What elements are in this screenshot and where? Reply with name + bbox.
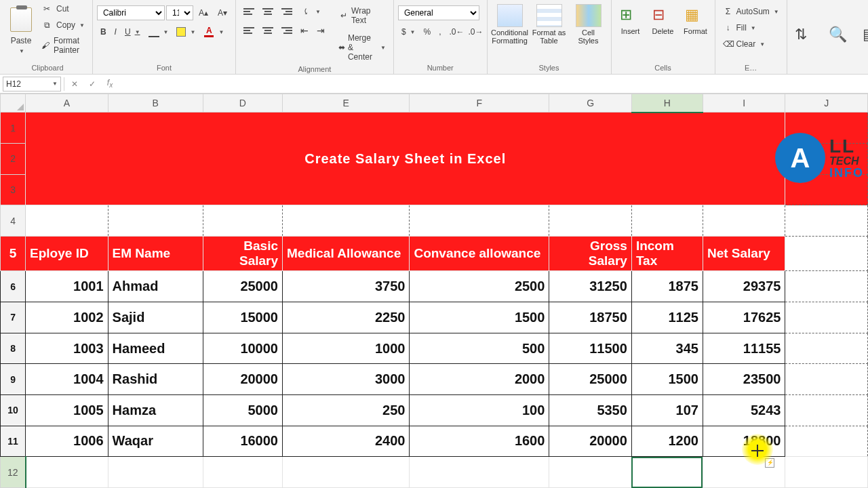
cell-A9[interactable]: 1004 <box>26 364 108 395</box>
cell-G9[interactable]: 25000 <box>549 364 632 395</box>
cell-F11[interactable]: 1600 <box>410 426 549 457</box>
decrease-indent-button[interactable]: ⇤ <box>297 23 312 38</box>
comma-format-button[interactable]: , <box>435 25 444 39</box>
cell-H12[interactable] <box>631 457 703 488</box>
column-header-J[interactable]: J <box>785 94 868 113</box>
cell-G7[interactable]: 18750 <box>549 302 632 333</box>
align-center-button[interactable] <box>259 25 277 36</box>
title-cell[interactable]: Create Salary Sheet in Excel <box>26 113 785 205</box>
cell-F7[interactable]: 1500 <box>410 302 549 333</box>
align-bottom-button[interactable] <box>278 6 296 17</box>
cell-E7[interactable]: 2250 <box>283 302 410 333</box>
cell-J5[interactable] <box>785 237 868 271</box>
header-cell-G[interactable]: Gross Salary <box>549 237 632 271</box>
addins-button[interactable]: ▤ <box>859 22 868 47</box>
cell-H10[interactable]: 107 <box>631 395 703 426</box>
borders-button[interactable]: ▼ <box>145 24 172 39</box>
cell-G6[interactable]: 31250 <box>549 271 632 302</box>
cell-A7[interactable]: 1002 <box>26 302 108 333</box>
conditional-formatting-button[interactable]: Conditional Formatting <box>492 3 528 46</box>
cell-G11[interactable]: 20000 <box>549 426 632 457</box>
paste-button[interactable]: Paste ▼ <box>7 1 35 56</box>
row-header-11[interactable]: 11 <box>1 426 26 457</box>
cell-A6[interactable]: 1001 <box>26 271 108 302</box>
cell-A4[interactable] <box>26 205 108 237</box>
font-name-select[interactable]: Calibri <box>97 5 165 20</box>
cell-B7[interactable]: Sajid <box>108 302 203 333</box>
cell-E8[interactable]: 1000 <box>283 333 410 364</box>
select-all-corner[interactable] <box>1 94 26 113</box>
row-header-10[interactable]: 10 <box>1 395 26 426</box>
row-header-2[interactable]: 2 <box>1 144 26 175</box>
header-cell-I[interactable]: Net Salary <box>703 237 785 271</box>
cell-I10[interactable]: 5243 <box>703 395 785 426</box>
cell-D6[interactable]: 25000 <box>203 271 282 302</box>
cell-I8[interactable]: 11155 <box>703 333 785 364</box>
delete-cells-button[interactable]: ⊟ Delete <box>648 3 678 37</box>
cell-G10[interactable]: 5350 <box>549 395 632 426</box>
cell-D4[interactable] <box>203 205 282 237</box>
cell-H9[interactable]: 1500 <box>631 364 703 395</box>
cell-D8[interactable]: 10000 <box>203 333 282 364</box>
font-color-button[interactable]: ▼ <box>200 24 227 39</box>
cell-B9[interactable]: Rashid <box>108 364 203 395</box>
cell-F6[interactable]: 2500 <box>410 271 549 302</box>
row-header-6[interactable]: 6 <box>1 271 26 302</box>
increase-decimal-button[interactable]: .0← <box>446 24 464 39</box>
cell-J9[interactable] <box>785 364 868 395</box>
number-format-select[interactable]: General <box>398 5 479 20</box>
italic-button[interactable]: I <box>111 25 120 39</box>
cell-D11[interactable]: 16000 <box>203 426 282 457</box>
autofill-options-button[interactable] <box>765 458 774 468</box>
fill-button[interactable]: ↓ Fill ▼ <box>719 20 760 35</box>
row-header-12[interactable]: 12 <box>1 457 26 488</box>
cell-B4[interactable] <box>108 205 203 237</box>
cancel-formula-button[interactable]: ✕ <box>67 79 82 89</box>
cell-B12[interactable] <box>108 457 203 488</box>
column-header-H[interactable]: H <box>631 94 703 113</box>
orientation-button[interactable]: ⤹▼ <box>297 4 324 19</box>
align-right-button[interactable] <box>278 25 296 36</box>
clear-button[interactable]: ⌫ Clear ▼ <box>719 37 769 52</box>
cut-button[interactable]: ✂ Cut <box>38 1 88 16</box>
format-cells-button[interactable]: ▦ Format <box>681 3 711 37</box>
cell-B6[interactable]: Ahmad <box>108 271 203 302</box>
row-header-5[interactable]: 5 <box>1 237 26 271</box>
column-header-A[interactable]: A <box>26 94 108 113</box>
cell-G8[interactable]: 11500 <box>549 333 632 364</box>
column-header-I[interactable]: I <box>703 94 785 113</box>
cell-A11[interactable]: 1006 <box>26 426 108 457</box>
column-header-G[interactable]: G <box>549 94 632 113</box>
insert-function-button[interactable]: fx <box>102 78 117 89</box>
cell-B11[interactable]: Waqar <box>108 426 203 457</box>
fill-color-button[interactable]: ▼ <box>173 25 199 39</box>
accounting-format-button[interactable]: $▼ <box>398 25 419 39</box>
cell-F4[interactable] <box>410 205 549 237</box>
cell-F9[interactable]: 2000 <box>410 364 549 395</box>
format-painter-button[interactable]: 🖌 Format Painter <box>38 34 88 57</box>
cell-E6[interactable]: 3750 <box>283 271 410 302</box>
header-cell-F[interactable]: Convance allowance <box>410 237 549 271</box>
align-left-button[interactable] <box>240 25 258 36</box>
decrease-decimal-button[interactable]: .0→ <box>465 24 483 39</box>
cell-E10[interactable]: 250 <box>283 395 410 426</box>
cell-E12[interactable] <box>283 457 410 488</box>
header-cell-E[interactable]: Medical Allowance <box>283 237 410 271</box>
cell-A12[interactable] <box>26 457 108 488</box>
cell-A8[interactable]: 1003 <box>26 333 108 364</box>
cell-B10[interactable]: Hamza <box>108 395 203 426</box>
row-header-1[interactable]: 1 <box>1 113 26 144</box>
cell-I6[interactable]: 29375 <box>703 271 785 302</box>
cell-J7[interactable] <box>785 302 868 333</box>
header-cell-H[interactable]: Incom Tax <box>631 237 703 271</box>
cell-J10[interactable] <box>785 395 868 426</box>
cell-H8[interactable]: 345 <box>631 333 703 364</box>
cell-E11[interactable]: 2400 <box>283 426 410 457</box>
cell-H6[interactable]: 1875 <box>631 271 703 302</box>
cell-E9[interactable]: 3000 <box>283 364 410 395</box>
merge-center-button[interactable]: ⬌ Merge & Center ▼ <box>335 31 389 64</box>
cell-styles-button[interactable]: Cell Styles <box>570 3 607 46</box>
name-box[interactable]: H12 ▼ <box>3 77 61 92</box>
cell-H7[interactable]: 1125 <box>631 302 703 333</box>
wrap-text-button[interactable]: ↵ Wrap Text <box>335 4 389 27</box>
